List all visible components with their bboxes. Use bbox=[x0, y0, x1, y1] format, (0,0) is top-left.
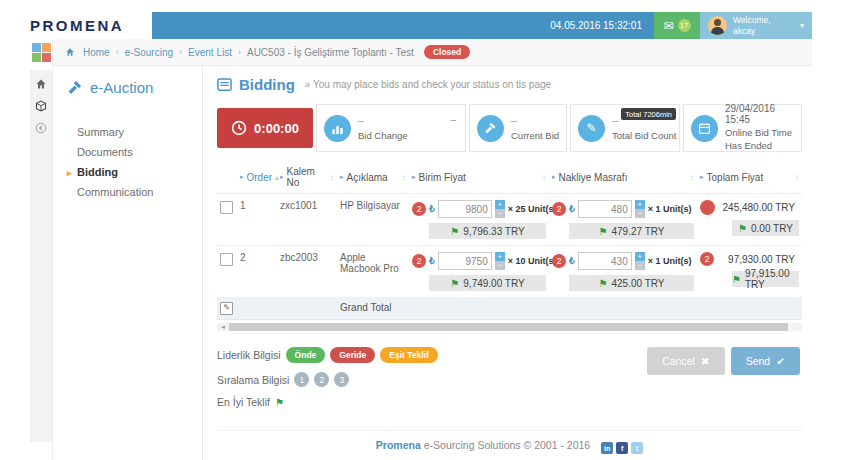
sort-icon[interactable]: ↕ bbox=[795, 173, 799, 182]
breadcrumb-esourcing[interactable]: e-Sourcing bbox=[125, 47, 173, 58]
total-time-badge: Total 7206min bbox=[621, 108, 676, 120]
price-stepper[interactable]: +− bbox=[495, 252, 505, 270]
grand-total-cell bbox=[237, 298, 277, 320]
header-caret-icon: ▸ bbox=[552, 173, 556, 181]
total-bid-count-box: ✎ -- Total Bid Count Total 7206min bbox=[570, 104, 680, 152]
grand-total-cell bbox=[277, 298, 337, 320]
bidding-page-icon bbox=[217, 77, 232, 92]
rank-badge: 2 bbox=[412, 254, 426, 268]
cell-toplam-fiyat: 297,930.00 TRY ⚑97,915.00 TRY bbox=[697, 246, 802, 298]
rank-badge: 2 bbox=[552, 254, 566, 268]
stepper-up-icon[interactable]: + bbox=[635, 200, 645, 209]
header-aciklama-label: Açıklama bbox=[347, 172, 388, 183]
footer-text: e-Sourcing Solutions © 2001 - 2016 bbox=[424, 439, 591, 451]
breadcrumb-home[interactable]: Home bbox=[83, 47, 110, 58]
lira-icon: ₺ bbox=[429, 204, 435, 214]
header-birim-fiyat[interactable]: ▸Birim Fiyat↕ bbox=[409, 161, 549, 194]
total-price-value: 97,930.00 TRY bbox=[728, 254, 795, 265]
bid-change-value: – bbox=[358, 115, 408, 126]
avatar bbox=[708, 16, 727, 35]
stepper-up-icon[interactable]: + bbox=[495, 200, 505, 209]
sidebar-item-summary[interactable]: Summary bbox=[77, 122, 202, 142]
stepper-down-icon[interactable]: − bbox=[495, 209, 505, 218]
page-title-row: Bidding » You may place bids and check y… bbox=[217, 76, 802, 93]
header-toplam-fiyat[interactable]: ▸Toplam Fiyat↕ bbox=[697, 161, 802, 194]
header-kalem-label: Kalem No bbox=[287, 166, 327, 188]
rank-3-circle: 3 bbox=[334, 372, 349, 387]
app-grid-logo[interactable] bbox=[32, 43, 51, 62]
sidebar-item-documents[interactable]: Documents bbox=[77, 142, 202, 162]
header-caret-icon: ▸ bbox=[280, 173, 284, 181]
unit-price-input[interactable] bbox=[438, 252, 492, 270]
sort-icon[interactable]: ↕ bbox=[330, 173, 334, 182]
bid-change-box: – Bid Change – bbox=[316, 104, 466, 152]
header-kalem-no[interactable]: ▸Kalem No↕ bbox=[277, 161, 337, 194]
collapse-arrow-icon[interactable] bbox=[35, 122, 47, 134]
shipping-cost-input[interactable] bbox=[578, 252, 632, 270]
cell-order: 2 bbox=[237, 246, 277, 298]
promena-logo[interactable]: PROMENA bbox=[30, 12, 152, 39]
stepper-down-icon[interactable]: − bbox=[635, 209, 645, 218]
stepper-up-icon[interactable]: + bbox=[495, 252, 505, 261]
best-total-bar: ⚑0.00 TRY bbox=[732, 220, 799, 236]
sort-icon[interactable]: ↕ bbox=[542, 173, 546, 182]
send-label: Send bbox=[746, 355, 771, 367]
header-caret-icon: ▸ bbox=[240, 173, 244, 181]
footer-brand[interactable]: Promena bbox=[376, 439, 421, 451]
grid-square-blue bbox=[32, 43, 41, 52]
header-aciklama[interactable]: ▸Açıklama↕ bbox=[337, 161, 409, 194]
cell-order: 1 bbox=[237, 194, 277, 246]
grid-square-orange bbox=[42, 43, 51, 52]
breadcrumb-separator: › bbox=[116, 47, 119, 57]
stepper-down-icon[interactable]: − bbox=[495, 261, 505, 270]
scroll-left-icon[interactable]: ◂ bbox=[217, 323, 229, 331]
cancel-label: Cancel bbox=[662, 355, 695, 367]
bid-end-label: Online Bid Time Has Ended bbox=[725, 127, 794, 153]
header-order[interactable]: ▸Order▴ bbox=[237, 161, 277, 194]
best-total-value: 97,915.00 TRY bbox=[745, 268, 799, 290]
select-all-edit-icon[interactable]: ✎ bbox=[220, 302, 233, 315]
active-caret-icon: ▸ bbox=[67, 168, 72, 178]
rank-2-circle: 2 bbox=[314, 372, 329, 387]
breadcrumb: Home › e-Sourcing › Event List › AUC503 … bbox=[53, 39, 812, 66]
cell-aciklama: Apple Macbook Pro bbox=[337, 246, 409, 298]
best-bid-bar: ⚑425.00 TRY bbox=[569, 275, 694, 291]
cell-nakliye-masrafi: 2 ₺ +− × 1 Unit(s) ⚑479.27 TRY bbox=[549, 194, 697, 246]
flag-icon: ⚑ bbox=[599, 226, 608, 237]
linkedin-icon[interactable]: in bbox=[601, 442, 613, 454]
page-title: Bidding bbox=[239, 76, 295, 93]
messages-button[interactable]: ✉ 17 bbox=[654, 12, 700, 39]
table-row bbox=[217, 194, 237, 246]
breadcrumb-event-list[interactable]: Event List bbox=[188, 47, 232, 58]
welcome-text: Welcome, akcay bbox=[733, 15, 794, 36]
flag-icon: ⚑ bbox=[738, 223, 747, 234]
page-subtitle: » You may place bids and check your stat… bbox=[305, 79, 551, 90]
row-checkbox[interactable] bbox=[220, 201, 233, 214]
calendar-icon bbox=[691, 115, 718, 142]
stepper-up-icon[interactable]: + bbox=[635, 252, 645, 261]
price-stepper[interactable]: +− bbox=[495, 200, 505, 218]
scrollbar-thumb[interactable] bbox=[229, 323, 788, 331]
shipping-cost-input[interactable] bbox=[578, 200, 632, 218]
sort-icon[interactable]: ↕ bbox=[690, 173, 694, 182]
header-nakliye-masrafi[interactable]: ▸Nakliye Masrafı↕ bbox=[549, 161, 697, 194]
sidebar-item-communication[interactable]: Communication bbox=[77, 182, 202, 202]
horizontal-scrollbar[interactable]: ◂ bbox=[217, 323, 802, 331]
price-stepper[interactable]: +− bbox=[635, 200, 645, 218]
stepper-down-icon[interactable]: − bbox=[635, 261, 645, 270]
price-stepper[interactable]: +− bbox=[635, 252, 645, 270]
total-bid-count-label: Total Bid Count bbox=[612, 130, 672, 141]
rank-1-circle: 1 bbox=[294, 372, 309, 387]
unit-multiplier-label: × 1 Unit(s) bbox=[648, 256, 692, 266]
sidebar-item-bidding[interactable]: ▸Bidding bbox=[77, 162, 202, 182]
twitter-icon[interactable]: t bbox=[631, 442, 643, 454]
package-icon[interactable] bbox=[35, 100, 47, 112]
unit-price-input[interactable] bbox=[438, 200, 492, 218]
cancel-button[interactable]: Cancel✖ bbox=[647, 347, 725, 375]
facebook-icon[interactable]: f bbox=[616, 442, 628, 454]
user-menu[interactable]: Welcome, akcay ▾ bbox=[700, 12, 812, 39]
sort-icon[interactable]: ↕ bbox=[402, 173, 406, 182]
row-checkbox[interactable] bbox=[220, 253, 233, 266]
home-icon[interactable] bbox=[35, 78, 47, 90]
send-button[interactable]: Send✔ bbox=[731, 347, 800, 375]
